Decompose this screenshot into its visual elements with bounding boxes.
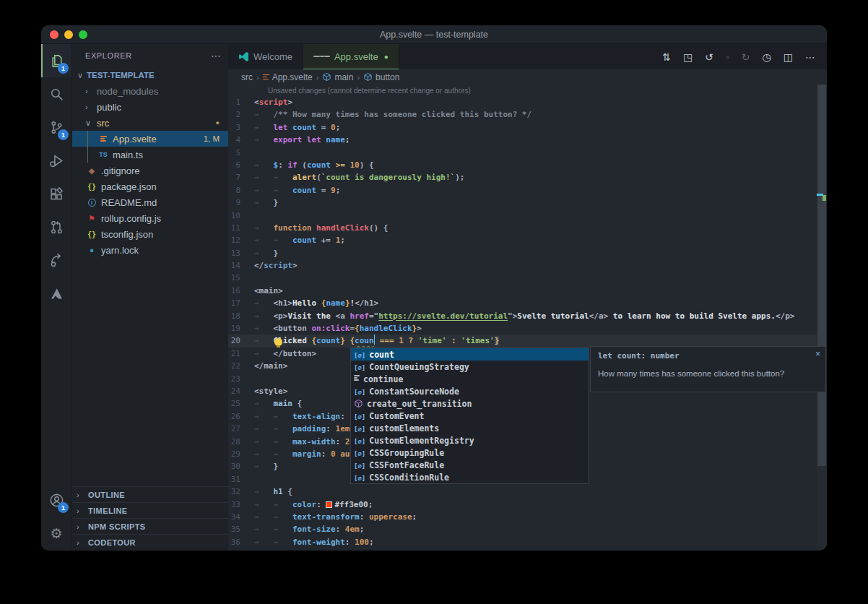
code-line[interactable]: 37→ } bbox=[228, 548, 827, 550]
suggestion-countqueuingstrategy[interactable]: [∅]CountQueuingStrategy bbox=[351, 361, 589, 373]
zoom-button[interactable] bbox=[79, 30, 87, 39]
suggestion-create-out-transition[interactable]: create_out_transition bbox=[351, 397, 589, 410]
suggestion-count[interactable]: [∅]count bbox=[351, 348, 589, 361]
code-line[interactable]: 17→ <h1>Hello {name}!</h1> bbox=[228, 297, 827, 309]
code-line[interactable]: 34→ → text-transform: uppercase; bbox=[228, 511, 827, 523]
line-number[interactable]: 23 bbox=[228, 373, 254, 385]
code-line[interactable]: 16<main> bbox=[228, 285, 827, 297]
code-line[interactable]: 10 bbox=[228, 210, 827, 222]
code-line[interactable]: 33→ → color: #ff3e00; bbox=[228, 499, 827, 511]
minimize-button[interactable] bbox=[64, 30, 73, 39]
activity-item-account[interactable]: 1 bbox=[41, 483, 71, 517]
activity-item-run-debug[interactable] bbox=[41, 144, 71, 177]
line-number[interactable]: 10 bbox=[228, 210, 254, 222]
breadcrumb-item-app-svelte[interactable]: App.svelte bbox=[263, 72, 313, 82]
section-header-codetour[interactable]: ›CODETOUR bbox=[72, 534, 228, 550]
activity-item-search[interactable] bbox=[41, 77, 71, 111]
line-number[interactable]: 32 bbox=[228, 486, 254, 498]
activity-item-source-control[interactable]: 1 bbox=[41, 111, 71, 144]
line-number[interactable]: 11 bbox=[228, 222, 254, 234]
section-header-timeline[interactable]: ›TIMELINE bbox=[72, 502, 228, 518]
suggestion-constantsourcenode[interactable]: [∅]ConstantSourceNode bbox=[351, 385, 589, 397]
suggestion-cssfontfacerule[interactable]: [∅]CSSFontFaceRule bbox=[351, 459, 589, 471]
line-number[interactable]: 22 bbox=[228, 360, 254, 372]
code-line[interactable]: 11→ function handleClick() { bbox=[228, 222, 827, 234]
previous-change-icon[interactable]: ↺ bbox=[705, 52, 713, 62]
line-number[interactable]: 8 bbox=[228, 184, 254, 197]
activity-item-extensions[interactable] bbox=[41, 177, 71, 210]
activity-item-azure[interactable] bbox=[41, 277, 71, 310]
code-line[interactable]: 15 bbox=[228, 272, 827, 284]
line-number[interactable]: 25 bbox=[228, 397, 254, 410]
more-actions-icon[interactable]: ⋯ bbox=[211, 50, 221, 61]
code-line[interactable]: 13→ } bbox=[228, 247, 827, 259]
codelens-annotation[interactable]: Unsaved changes (cannot determine recent… bbox=[228, 85, 827, 96]
folder-row-src[interactable]: ∨src● bbox=[72, 115, 228, 131]
line-number[interactable]: 9 bbox=[228, 197, 254, 209]
suggestion-customelementregistry[interactable]: [∅]CustomElementRegistry bbox=[351, 434, 589, 446]
code-editor[interactable]: Unsaved changes (cannot determine recent… bbox=[228, 85, 827, 550]
line-number[interactable]: 19 bbox=[228, 322, 254, 335]
close-icon[interactable]: × bbox=[815, 349, 820, 359]
code-line[interactable]: 12→ → count += 1; bbox=[228, 234, 827, 246]
suggestion-cssgroupingrule[interactable]: [∅]CSSGroupingRule bbox=[351, 446, 589, 459]
code-line[interactable]: 7→ → alert(`count is dangerously high!`)… bbox=[228, 171, 827, 184]
open-changes-icon[interactable]: ⇅ bbox=[662, 52, 671, 62]
line-number[interactable]: 27 bbox=[228, 423, 254, 435]
line-number[interactable]: 21 bbox=[228, 348, 254, 360]
line-number[interactable]: 16 bbox=[228, 285, 254, 297]
code-line[interactable]: 32→ h1 { bbox=[228, 486, 827, 498]
activity-item-explorer[interactable]: 1 bbox=[41, 44, 71, 77]
suggestion-cssconditionrule[interactable]: [∅]CSSConditionRule bbox=[351, 471, 589, 483]
file-row-main-ts[interactable]: TSmain.ts bbox=[72, 147, 228, 163]
section-header-outline[interactable]: ›OUTLINE bbox=[72, 486, 228, 502]
lightbulb-icon[interactable] bbox=[274, 338, 282, 346]
file-row-readme-md[interactable]: iREADME.md bbox=[72, 194, 228, 210]
line-number[interactable]: 34 bbox=[228, 511, 254, 523]
file-row-yarn-lock[interactable]: ●yarn.lock bbox=[72, 242, 228, 258]
code-line[interactable]: 9→ } bbox=[228, 197, 827, 209]
more-actions-icon[interactable]: ⋯ bbox=[805, 52, 815, 62]
line-number[interactable]: 29 bbox=[228, 448, 254, 460]
code-line[interactable]: 19→ <button on:click={handleClick}> bbox=[228, 322, 827, 335]
line-number[interactable]: 28 bbox=[228, 436, 254, 448]
timeline-icon[interactable]: ◷ bbox=[763, 52, 771, 62]
tab-welcome[interactable]: Welcome bbox=[228, 44, 303, 69]
code-line[interactable]: 14</script> bbox=[228, 259, 827, 272]
folder-row-public[interactable]: ›public bbox=[72, 99, 228, 115]
file-row-package-json[interactable]: {}package.json bbox=[72, 178, 228, 194]
line-number[interactable]: 3 bbox=[228, 121, 254, 134]
activity-item-live-share[interactable] bbox=[41, 243, 71, 277]
file-row-app-svelte[interactable]: App.svelte1, M bbox=[72, 131, 228, 147]
line-number[interactable]: 1 bbox=[228, 96, 254, 108]
line-number[interactable]: 2 bbox=[228, 108, 254, 121]
open-preview-icon[interactable]: ◳ bbox=[683, 52, 693, 62]
code-line[interactable]: 35→ → font-size: 4em; bbox=[228, 523, 827, 535]
suggestion-continue[interactable]: continue bbox=[351, 373, 589, 385]
scrollbar-track[interactable] bbox=[817, 85, 827, 550]
line-number[interactable]: 5 bbox=[228, 147, 254, 159]
tab-app-svelte[interactable]: App.svelte ● bbox=[303, 44, 399, 69]
code-line[interactable]: 4→ export let name; bbox=[228, 134, 827, 146]
line-number[interactable]: 4 bbox=[228, 134, 254, 146]
activity-item-settings[interactable]: ⚙ bbox=[41, 517, 71, 550]
code-line[interactable]: 18→ <p>Visit the <a href="https://svelte… bbox=[228, 310, 827, 322]
line-number[interactable]: 7 bbox=[228, 171, 254, 184]
code-line[interactable]: 36→ → font-weight: 100; bbox=[228, 536, 827, 548]
breadcrumb-item-src[interactable]: src bbox=[241, 72, 253, 82]
code-line[interactable]: 3→ let count = 0; bbox=[228, 121, 827, 134]
line-number[interactable]: 37 bbox=[228, 548, 254, 550]
line-number[interactable]: 30 bbox=[228, 460, 254, 473]
line-number[interactable]: 35 bbox=[228, 523, 254, 535]
line-number[interactable]: 15 bbox=[228, 272, 254, 284]
line-number[interactable]: 20 bbox=[228, 335, 254, 347]
line-number[interactable]: 18 bbox=[228, 310, 254, 322]
code-line[interactable]: 1<script> bbox=[228, 96, 827, 108]
file-row-tsconfig-json[interactable]: {}tsconfig.json bbox=[72, 226, 228, 242]
workspace-root-row[interactable]: ∨ TEST-TEMPLATE bbox=[72, 67, 228, 83]
section-header-npm-scripts[interactable]: ›NPM SCRIPTS bbox=[72, 518, 228, 534]
code-line[interactable]: 5 bbox=[228, 147, 827, 159]
line-number[interactable]: 13 bbox=[228, 247, 254, 259]
line-number[interactable]: 31 bbox=[228, 473, 254, 486]
line-number[interactable]: 26 bbox=[228, 410, 254, 423]
